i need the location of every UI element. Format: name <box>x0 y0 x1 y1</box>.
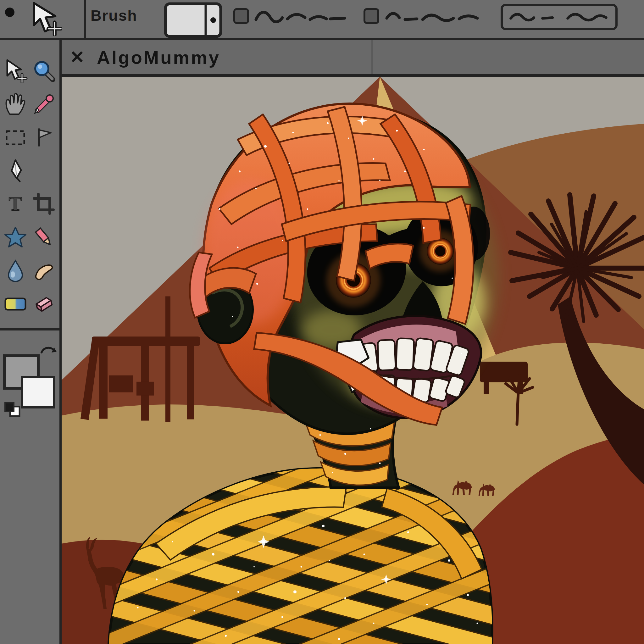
brush-tip-dot-icon[interactable] <box>5 8 14 17</box>
text-tool-glyph: T <box>9 192 22 215</box>
zoom-icon <box>31 58 57 83</box>
droplet-icon <box>3 258 28 283</box>
brush-texture-button[interactable] <box>364 8 379 24</box>
canvas-titlebar: ✕ AlgoMummy <box>62 40 644 77</box>
sidebar-tool-eraser[interactable] <box>31 291 57 317</box>
sidebar-tool-text[interactable]: T <box>3 191 28 217</box>
sidebar-tool-color-picker[interactable] <box>31 91 57 117</box>
cursor-plus-icon <box>3 58 28 83</box>
pencil-icon <box>31 225 57 250</box>
sidebar-divider <box>0 328 59 330</box>
canvas-window: ✕ AlgoMummy <box>62 40 644 644</box>
hand-icon <box>3 92 28 117</box>
close-icon: ✕ <box>70 47 85 67</box>
sidebar-tool-crop[interactable] <box>31 191 57 217</box>
sidebar-tool-pen[interactable] <box>3 158 28 184</box>
canvas-artwork[interactable] <box>62 77 644 644</box>
default-foreground-mini-swatch[interactable] <box>5 403 14 412</box>
artwork-svg[interactable] <box>62 77 644 644</box>
tool-grid: T <box>0 40 59 323</box>
close-button[interactable]: ✕ <box>70 48 90 66</box>
brush-preview-button[interactable] <box>164 2 223 38</box>
color-swatches <box>1 344 58 420</box>
stroke-sample-2[interactable] <box>384 7 485 29</box>
sidebar-tool-rect-select[interactable] <box>3 125 28 150</box>
titlebar-divider <box>371 40 373 74</box>
background-color-swatch[interactable] <box>22 377 54 407</box>
sidebar-tool-smudge[interactable] <box>31 258 57 284</box>
sidebar-tool-move[interactable] <box>3 58 28 84</box>
top-toolbar: Brush <box>0 0 644 40</box>
brush-label: Brush <box>91 7 137 24</box>
smudge-icon <box>31 258 57 283</box>
sidebar-tool-gradient[interactable] <box>3 291 28 317</box>
stroke-sample-3 <box>503 6 615 28</box>
color-picker-icon <box>31 92 57 117</box>
canvas-title: AlgoMummy <box>97 47 220 68</box>
sidebar-tool-shape-star[interactable] <box>3 225 28 250</box>
tool-sidebar: T <box>0 40 62 644</box>
brush-preview-dot-icon <box>210 17 216 23</box>
cursor-plus-icon[interactable] <box>28 1 62 36</box>
sidebar-tool-hand[interactable] <box>3 91 28 117</box>
stroke-sample-1[interactable] <box>253 7 348 29</box>
brush-dynamics-button[interactable] <box>233 8 249 24</box>
crop-icon <box>31 192 57 217</box>
rect-select-icon <box>3 125 28 150</box>
text-icon: T <box>3 192 28 217</box>
toolbar-divider <box>84 0 86 38</box>
sidebar-tool-blur[interactable] <box>3 258 28 284</box>
sidebar-tool-flag-select[interactable] <box>31 125 57 150</box>
color-swatch-widget <box>1 344 58 420</box>
pen-icon <box>3 158 28 183</box>
sidebar-tool-pencil[interactable] <box>31 225 57 250</box>
sidebar-tool-zoom[interactable] <box>31 58 57 84</box>
gradient-icon <box>3 291 28 317</box>
brush-preset-selector[interactable] <box>501 4 618 30</box>
flag-icon <box>31 125 57 150</box>
star-icon <box>3 225 28 250</box>
eraser-icon <box>31 291 57 317</box>
